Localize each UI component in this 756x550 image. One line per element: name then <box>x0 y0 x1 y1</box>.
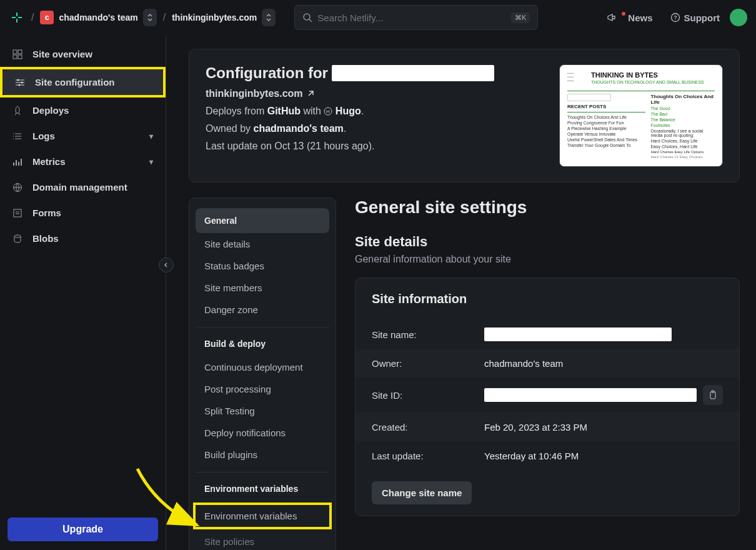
subnav-split-testing[interactable]: Split Testing <box>196 400 329 422</box>
svg-rect-3 <box>13 50 17 54</box>
sidebar-item-metrics[interactable]: Metrics ▾ <box>0 149 166 174</box>
top-nav: / c chadmando's team / thinkinginbytes.c… <box>0 0 756 35</box>
annotation-highlight: Environment variables <box>193 502 332 529</box>
preview-body: Hard Choices, Easy Life <box>650 139 715 143</box>
row-value: Yesterday at 10:46 PM <box>484 451 723 461</box>
subnav-post-processing[interactable]: Post processing <box>196 378 329 400</box>
support-label: Support <box>684 12 720 23</box>
svg-rect-15 <box>710 392 715 399</box>
svg-point-0 <box>304 14 310 20</box>
domain-label: thinkinginbytes.com <box>206 88 303 99</box>
search-input[interactable] <box>317 12 506 23</box>
preview-recent-item: A Piecewise Hashing Example <box>567 126 645 131</box>
site-info-panel: Site information Site name: Owner: chadm… <box>355 278 740 516</box>
sliders-icon <box>15 78 26 88</box>
search-icon <box>302 12 312 22</box>
netlify-logo[interactable] <box>9 9 25 26</box>
row-owner: Owner: chadmando's team <box>356 349 739 378</box>
subnav-site-policies[interactable]: Site policies <box>196 531 329 550</box>
subnav-site-members[interactable]: Site members <box>196 277 329 299</box>
redacted-value <box>484 388 697 402</box>
team-avatar: c <box>40 11 54 24</box>
subnav-general[interactable]: General <box>196 208 329 233</box>
support-link[interactable]: ? Support <box>670 12 720 23</box>
search-bar[interactable]: ⌘K <box>294 5 538 30</box>
row-key: Site ID: <box>372 390 484 401</box>
sidebar-item-logs[interactable]: Logs ▾ <box>0 123 166 149</box>
user-avatar[interactable] <box>730 9 747 26</box>
site-name: thinkinginbytes.com <box>172 12 257 22</box>
subnav-build-deploy[interactable]: Build & deploy <box>196 331 329 356</box>
sidebar-item-domain[interactable]: Domain management <box>0 174 166 200</box>
preview-search <box>567 94 611 101</box>
preview-bullet: The Bad <box>650 112 715 116</box>
chevron-down-icon: ▾ <box>149 132 153 141</box>
chevron-down-icon: ▾ <box>149 158 153 166</box>
svg-text:?: ? <box>674 14 677 21</box>
subnav-cd[interactable]: Continuous deployment <box>196 356 329 378</box>
sidebar-item-label: Domain management <box>32 182 127 192</box>
preview-recent-item: Thoughts On Choices And Life <box>567 115 645 119</box>
change-site-name-button[interactable]: Change site name <box>372 481 472 504</box>
svg-point-12 <box>14 235 21 238</box>
page-title-prefix: Configuration for <box>206 64 328 82</box>
site-preview[interactable]: ▪▪▪▪▪▪▪▪▪▪▪▪▪▪▪▪▪▪ THINKING IN BYTES THO… <box>559 64 723 167</box>
sidebar-item-forms[interactable]: Forms <box>0 200 166 226</box>
news-link[interactable]: News <box>607 12 652 23</box>
upgrade-button[interactable]: Upgrade <box>7 518 158 541</box>
row-site-id: Site ID: <box>356 378 739 412</box>
section-title: Site details <box>355 234 740 250</box>
search-shortcut: ⌘K <box>511 12 530 23</box>
preview-subtitle: THOUGHTS ON TECHNOLOGY AND SMALL BUSINES… <box>591 80 715 84</box>
copy-button[interactable] <box>703 385 723 405</box>
preview-bullet: The Balance <box>650 118 715 122</box>
subnav-build-plugins[interactable]: Build plugins <box>196 444 329 466</box>
row-last-update: Last update: Yesterday at 10:46 PM <box>356 441 739 470</box>
row-value: chadmando's team <box>484 358 723 369</box>
svg-point-9 <box>19 84 21 86</box>
settings-title: General site settings <box>355 198 740 218</box>
sidebar-item-deploys[interactable]: Deploys <box>0 98 166 123</box>
bars-icon <box>12 157 24 167</box>
row-key: Site name: <box>372 329 484 340</box>
subnav-env-vars-head[interactable]: Environment variables <box>196 476 329 501</box>
subnav-status-badges[interactable]: Status badges <box>196 255 329 277</box>
sidebar-item-label: Forms <box>32 208 61 218</box>
preview-article-head: Thoughts On Choices And Life <box>650 94 715 105</box>
panel-title: Site information <box>356 278 739 320</box>
site-switcher[interactable] <box>262 9 276 26</box>
sidebar-item-overview[interactable]: Site overview <box>0 41 166 67</box>
preview-recent-item: Useful PowerShell Dates And Times <box>567 138 645 142</box>
site-domain-link[interactable]: thinkinginbytes.com <box>206 88 494 99</box>
subnav-danger-zone[interactable]: Danger zone <box>196 299 329 321</box>
redacted-value <box>484 328 672 341</box>
svg-rect-11 <box>14 209 21 217</box>
sidebar-item-configuration[interactable]: Site configuration <box>2 69 163 95</box>
preview-body: Hard Choices Or Easy Choices <box>650 155 715 159</box>
preview-body: Easy Choices, Hard Life <box>650 144 715 149</box>
svg-point-8 <box>21 81 23 83</box>
owned-by: Owned by chadmando's team. <box>206 123 494 134</box>
breadcrumb-team[interactable]: c chadmando's team <box>40 9 156 26</box>
main-content: Configuration for thinkinginbytes.com De… <box>166 35 756 550</box>
svg-point-7 <box>17 79 19 81</box>
deploys-from: Deploys from GitHub with H Hugo. <box>206 106 494 117</box>
breadcrumb-site[interactable]: thinkinginbytes.com <box>172 9 276 26</box>
rocket-icon <box>12 106 24 116</box>
subnav-deploy-notifications[interactable]: Deploy notifications <box>196 422 329 444</box>
team-switcher[interactable] <box>143 9 157 26</box>
team-name: chadmando's team <box>59 12 137 22</box>
sidebar-item-label: Site overview <box>32 49 92 59</box>
preview-recent-item: Proving Congruence For Fun <box>567 121 645 125</box>
sidebar-item-blobs[interactable]: Blobs <box>0 226 166 251</box>
preview-recent-head: RECENT POSTS <box>567 104 645 109</box>
svg-rect-6 <box>18 55 22 59</box>
external-link-icon <box>307 90 314 98</box>
preview-recent-item: Transfer Your Google Domain To <box>567 143 645 148</box>
subnav-env-vars[interactable]: Environment variables <box>196 505 329 527</box>
subnav-site-details[interactable]: Site details <box>196 233 329 255</box>
row-site-name: Site name: <box>356 320 739 349</box>
sidebar-item-label: Logs <box>32 131 55 141</box>
sidebar-collapse-button[interactable] <box>159 258 174 272</box>
news-label: News <box>628 12 652 23</box>
